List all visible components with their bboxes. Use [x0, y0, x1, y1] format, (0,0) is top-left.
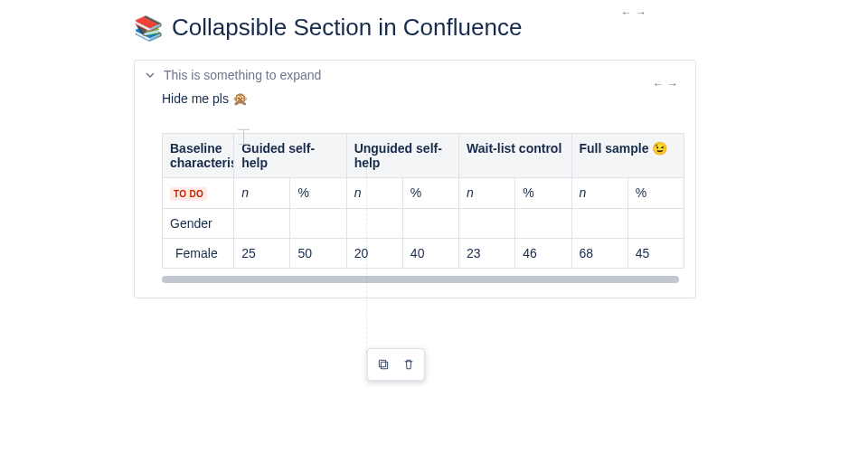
cell[interactable] — [459, 209, 515, 239]
col-guided[interactable]: Guided self-help — [234, 134, 346, 178]
expand-title[interactable]: This is something to expand — [164, 68, 321, 82]
arrow-right-icon: → — [636, 6, 646, 19]
cell[interactable]: 20 — [346, 239, 402, 269]
table-row-female: Female 25 50 20 40 23 46 68 45 — [163, 239, 684, 269]
cell[interactable]: 23 — [459, 239, 515, 269]
cell-pct[interactable]: % — [290, 178, 346, 209]
cell-n[interactable]: n — [571, 178, 627, 209]
data-table[interactable]: Baseline characteristic Guided self-help… — [162, 133, 684, 269]
col-baseline[interactable]: Baseline characteristic — [163, 134, 234, 178]
trash-icon — [401, 357, 416, 372]
cell[interactable] — [515, 209, 571, 239]
cell[interactable] — [346, 209, 402, 239]
cell[interactable]: 25 — [234, 239, 290, 269]
col-full[interactable]: Full sample 😉 — [571, 134, 684, 178]
cell[interactable] — [627, 209, 684, 239]
col-waitlist[interactable]: Wait-list control — [459, 134, 571, 178]
expand-body-text[interactable]: Hide me pls 🙊 — [162, 91, 684, 106]
svg-rect-0 — [381, 362, 387, 368]
cell[interactable] — [571, 209, 627, 239]
page-width-handle[interactable]: ← → — [621, 4, 646, 20]
col-unguided[interactable]: Unguided self-help — [346, 134, 458, 178]
arrow-left-icon: ← — [621, 6, 632, 19]
cell[interactable]: 45 — [627, 239, 684, 269]
table-subheader-row: TO DO n % n % n % n % — [163, 178, 684, 209]
table-container[interactable]: Baseline characteristic Guided self-help… — [162, 133, 684, 283]
cell[interactable]: 68 — [571, 239, 627, 269]
expand-macro[interactable]: This is something to expand Hide me pls … — [134, 60, 696, 298]
cell-n[interactable]: n — [234, 178, 290, 209]
cell[interactable]: 46 — [515, 239, 571, 269]
copy-icon — [376, 357, 391, 372]
page-icon[interactable]: 📚 — [134, 16, 163, 40]
cell-n[interactable]: n — [459, 178, 515, 209]
table-row-gender: Gender — [163, 209, 684, 239]
cell-n[interactable]: n — [346, 178, 402, 209]
cell[interactable]: 40 — [402, 239, 458, 269]
table-header-row: Baseline characteristic Guided self-help… — [163, 134, 684, 178]
page-title[interactable]: Collapsible Section in Confluence — [172, 14, 522, 42]
delete-button[interactable] — [397, 353, 420, 376]
status-lozenge-todo[interactable]: TO DO — [170, 187, 207, 201]
floating-toolbar — [367, 348, 425, 381]
cell[interactable] — [234, 209, 290, 239]
chevron-down-icon[interactable] — [146, 71, 155, 80]
cell[interactable]: 50 — [290, 239, 346, 269]
svg-rect-1 — [379, 360, 385, 366]
cell-female-label[interactable]: Female — [163, 239, 234, 269]
cell-status[interactable]: TO DO — [163, 178, 234, 209]
cell[interactable] — [402, 209, 458, 239]
cell[interactable] — [290, 209, 346, 239]
horizontal-scrollbar[interactable] — [162, 276, 679, 283]
cell-pct[interactable]: % — [515, 178, 571, 209]
cell-pct[interactable]: % — [627, 178, 684, 209]
cell-gender-label[interactable]: Gender — [163, 209, 234, 239]
cell-pct[interactable]: % — [402, 178, 458, 209]
page-header: 📚 Collapsible Section in Confluence — [134, 14, 696, 42]
copy-button[interactable] — [372, 353, 395, 376]
